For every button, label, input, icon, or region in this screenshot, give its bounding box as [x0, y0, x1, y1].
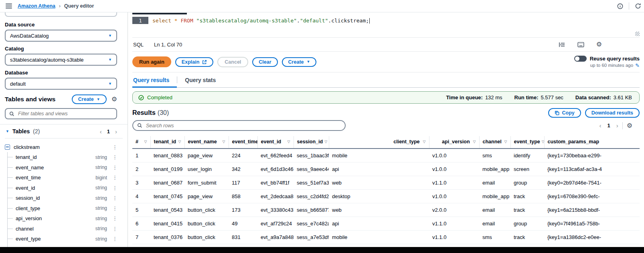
table-cell: evt_6d1d3c46 [257, 163, 294, 176]
data-source-select[interactable]: AwsDataCatalog ▼ [5, 30, 117, 42]
sql-token [193, 18, 196, 24]
table-cell: 5 [132, 203, 150, 217]
refresh-icon[interactable] [635, 3, 641, 9]
table-cell: evt_a9a7a848 [257, 231, 294, 244]
results-search-row: ‹ 1 › ⚙ [132, 120, 640, 131]
column-actions-menu-icon[interactable]: ⋮ [111, 236, 119, 242]
tree-column-item[interactable]: event_timebigint⋮ [8, 173, 123, 183]
tables-section-header[interactable]: ▼ Tables (2) ‹ 1 › [5, 124, 123, 138]
editor-settings-gear-icon[interactable]: ⚙ [596, 41, 602, 48]
cancel-button[interactable]: Cancel [217, 57, 248, 67]
column-header-event_id[interactable]: event_id▽ [257, 136, 294, 149]
filter-funnel-icon[interactable]: ▽ [542, 140, 544, 144]
filter-funnel-icon[interactable]: ▽ [473, 140, 476, 144]
editor-resize-handle[interactable] [635, 32, 640, 36]
query-text[interactable]: select * FROM "s3tablescatalog/automq-s3… [148, 17, 370, 24]
edit-pencil-icon[interactable]: ✎ [635, 62, 640, 68]
tree-column-item[interactable]: custom_params_mapmap<string,string>⋮ [8, 244, 123, 247]
column-actions-menu-icon[interactable]: ⋮ [111, 185, 119, 191]
collapse-table-icon[interactable] [5, 145, 10, 150]
column-header-label: tenant_id [154, 139, 176, 145]
tab-query-stats[interactable]: Query stats [177, 72, 223, 87]
results-tabs: Query results Query stats [132, 72, 640, 88]
download-results-button[interactable]: Download results [585, 108, 640, 118]
column-type: string [95, 165, 107, 170]
line-number: 1 [132, 17, 148, 24]
column-actions-menu-icon[interactable]: ⋮ [111, 195, 119, 201]
tree-column-item[interactable]: api_versionstring⋮ [8, 213, 123, 224]
tree-column-item[interactable]: tenant_idstring⋮ [8, 152, 123, 163]
column-actions-menu-icon[interactable]: ⋮ [111, 154, 119, 160]
column-actions-menu-icon[interactable]: ⋮ [111, 215, 119, 221]
table-cell: {key1=6a215bb8-bbdf- [544, 203, 640, 217]
column-header-tenant_id[interactable]: tenant_id▽ [150, 136, 184, 149]
info-icon[interactable] [617, 3, 623, 9]
search-rows-input[interactable] [145, 122, 341, 129]
database-select[interactable]: default ▼ [5, 78, 117, 90]
filter-funnel-icon[interactable]: ▽ [144, 140, 147, 144]
tab-query-results[interactable]: Query results [132, 72, 177, 87]
search-rows-box[interactable] [132, 120, 346, 131]
filter-funnel-icon[interactable]: ▽ [324, 140, 327, 144]
hamburger-menu-icon[interactable] [6, 4, 12, 8]
tables-tree: clickstream ⋮ tenant_idstring⋮event_name… [5, 138, 123, 247]
column-header-client_type[interactable]: client_type▽ [329, 136, 429, 149]
table-cell: group [510, 176, 544, 190]
filter-funnel-icon[interactable]: ▽ [178, 140, 181, 144]
create-table-button[interactable]: Create▼ [72, 94, 107, 104]
breadcrumb-link-athena[interactable]: Amazon Athena [18, 3, 55, 9]
reuse-query-results-toggle[interactable] [574, 56, 587, 62]
column-header-channel[interactable]: channel▽ [479, 136, 510, 149]
table-node-clickstream[interactable]: clickstream ⋮ [5, 142, 123, 152]
chevron-right-icon[interactable]: › [616, 122, 618, 129]
gear-icon[interactable]: ⚙ [111, 96, 117, 102]
table-actions-menu-icon[interactable]: ⋮ [111, 144, 119, 150]
column-actions-menu-icon[interactable]: ⋮ [111, 205, 119, 211]
column-header-api_version[interactable]: api_version▽ [429, 136, 479, 149]
create-dropdown-button[interactable]: Create▼ [282, 57, 317, 67]
copy-button[interactable]: Copy [548, 108, 581, 118]
table-cell: sms [479, 231, 510, 244]
chevron-right-icon[interactable]: › [115, 129, 117, 135]
table-cell: v2.0.0 [429, 203, 479, 217]
breadcrumb-current-page: Query editor [64, 3, 94, 9]
results-settings-gear-icon[interactable]: ⚙ [627, 122, 632, 129]
table-cell: sess_e7ff9b9f [294, 244, 329, 247]
column-actions-menu-icon[interactable]: ⋮ [111, 165, 119, 171]
catalog-select[interactable]: s3tablescatalog/automq-s3table ▼ [5, 54, 117, 66]
tree-column-item[interactable]: session_idstring⋮ [8, 193, 123, 203]
run-again-button[interactable]: Run again [132, 56, 171, 67]
filter-funnel-icon[interactable]: ▽ [504, 140, 507, 144]
tree-column-item[interactable]: client_typestring⋮ [8, 203, 123, 214]
column-header-event_type[interactable]: event_type▽ [510, 136, 544, 149]
chevron-left-icon[interactable]: ‹ [100, 129, 102, 135]
filter-funnel-icon[interactable]: ▽ [423, 140, 426, 144]
clear-button[interactable]: Clear [252, 57, 277, 67]
filter-funnel-icon[interactable]: ▽ [288, 140, 290, 144]
column-header-event_name[interactable]: event_name▽ [184, 136, 229, 149]
tree-column-item[interactable]: channelstring⋮ [8, 224, 123, 234]
section-collapse-icon[interactable]: ▼ [6, 130, 9, 133]
keyboard-shortcuts-icon[interactable] [577, 42, 584, 48]
tree-column-item[interactable]: event_typestring⋮ [8, 234, 123, 244]
chevron-left-icon[interactable]: ‹ [599, 122, 601, 129]
chevron-down-icon: ▼ [97, 98, 100, 101]
filter-tables-input[interactable] [17, 110, 113, 117]
filter-funnel-icon[interactable]: ▽ [223, 140, 225, 144]
table-cell: tenant_0543 [150, 203, 184, 217]
tree-column-item[interactable]: event_idstring⋮ [8, 183, 123, 193]
column-header-custom_params_map[interactable]: custom_params_map [544, 136, 640, 149]
sql-editor[interactable]: 1 select * FROM "s3tablescatalog/automq-… [132, 12, 640, 37]
tree-column-item[interactable]: event_namestring⋮ [8, 163, 123, 173]
column-actions-menu-icon[interactable]: ⋮ [111, 175, 119, 181]
column-actions-menu-icon[interactable]: ⋮ [111, 226, 119, 232]
format-query-icon[interactable] [559, 42, 565, 48]
filter-tables-searchbox[interactable] [5, 108, 117, 119]
column-header-index[interactable]: #▽ [132, 136, 150, 149]
table-cell: 342 [229, 163, 257, 176]
column-header-session_id[interactable]: session_id▽ [294, 136, 329, 149]
data-explorer-sidebar: ⌄⌄▼ Data source AwsDataCatalog ▼ Catalog… [0, 12, 128, 247]
column-header-event_time[interactable]: event_time▽ [229, 136, 257, 149]
explain-button[interactable]: Explain [175, 57, 213, 67]
table-row: 8tenant_0680purchase237evt_a330238bsess_… [132, 244, 640, 247]
